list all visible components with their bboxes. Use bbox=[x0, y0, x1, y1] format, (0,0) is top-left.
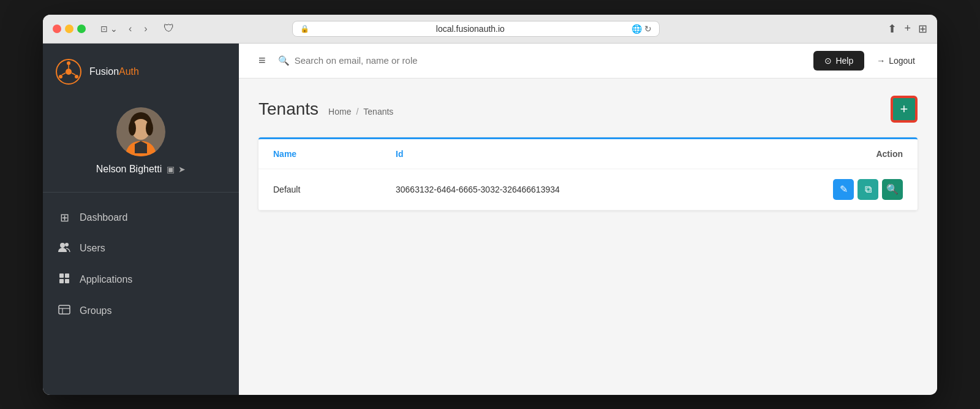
table-header: Name Id Action bbox=[258, 139, 918, 169]
breadcrumb: Home / Tenants bbox=[328, 107, 393, 117]
shield-icon: 🛡 bbox=[164, 22, 175, 35]
search-icon: 🔍 bbox=[278, 55, 290, 66]
sidebar-item-groups[interactable]: Groups bbox=[43, 296, 239, 327]
avatar bbox=[116, 107, 165, 156]
dashboard-icon: ⊞ bbox=[58, 211, 71, 224]
sidebar-item-applications[interactable]: Applications bbox=[43, 264, 239, 296]
add-icon: + bbox=[900, 101, 908, 117]
new-tab-icon[interactable]: + bbox=[904, 22, 911, 36]
sidebar-item-groups-label: Groups bbox=[80, 305, 111, 316]
svg-point-6 bbox=[59, 75, 62, 78]
col-header-id: Id bbox=[396, 149, 793, 159]
page-content: Tenants Home / Tenants + Name bbox=[239, 78, 937, 395]
user-name-row: Nelson Bighetti ▣ ➤ bbox=[96, 164, 186, 175]
sidebar-item-users[interactable]: Users bbox=[43, 233, 239, 264]
help-icon: ⊙ bbox=[824, 56, 832, 66]
add-tenant-button[interactable]: + bbox=[891, 96, 918, 123]
svg-rect-18 bbox=[65, 279, 69, 283]
page-title: Tenants bbox=[258, 99, 318, 119]
lock-icon: 🔒 bbox=[300, 25, 309, 33]
user-card-icon: ▣ bbox=[167, 164, 175, 174]
sidebar-nav: ⊞ Dashboard Users bbox=[43, 197, 239, 332]
forward-button[interactable]: › bbox=[140, 22, 151, 36]
page-header: Tenants Home / Tenants + bbox=[258, 96, 918, 123]
page-title-area: Tenants Home / Tenants bbox=[258, 99, 393, 119]
user-nav-icon: ➤ bbox=[178, 164, 186, 174]
share-icon[interactable]: ⬆ bbox=[888, 22, 897, 36]
help-button[interactable]: ⊙ Help bbox=[813, 51, 864, 71]
address-bar[interactable]: 🔒 local.fusionauth.io 🌐 ↻ bbox=[292, 21, 660, 37]
user-profile: Nelson Bighetti ▣ ➤ bbox=[43, 97, 239, 187]
search-box: 🔍 bbox=[278, 55, 807, 66]
table-row: Default 30663132-6464-6665-3032-32646661… bbox=[258, 169, 918, 210]
top-bar: ≡ 🔍 ⊙ Help → Logout bbox=[239, 44, 937, 78]
tenant-id: 30663132-6464-6665-3032-326466613934 bbox=[396, 185, 793, 194]
applications-icon bbox=[58, 273, 71, 287]
svg-point-2 bbox=[67, 61, 70, 65]
col-header-name: Name bbox=[273, 149, 396, 159]
svg-rect-17 bbox=[59, 279, 64, 283]
col-header-action: Action bbox=[793, 149, 903, 159]
svg-point-12 bbox=[146, 121, 153, 136]
top-bar-actions: ⊙ Help → Logout bbox=[813, 51, 922, 71]
svg-line-7 bbox=[62, 73, 66, 75]
user-icons: ▣ ➤ bbox=[167, 164, 186, 174]
edit-icon: ✎ bbox=[840, 183, 848, 195]
svg-point-4 bbox=[75, 75, 78, 78]
svg-rect-15 bbox=[59, 273, 64, 278]
browser-actions: ⬆ + ⊞ bbox=[888, 22, 927, 36]
sidebar-item-dashboard-label: Dashboard bbox=[80, 212, 127, 223]
view-button[interactable]: 🔍 bbox=[882, 179, 903, 200]
back-button[interactable]: ‹ bbox=[125, 22, 135, 36]
logo-text: FusionAuth bbox=[89, 66, 139, 77]
hamburger-button[interactable]: ≡ bbox=[254, 51, 271, 70]
svg-point-11 bbox=[129, 121, 136, 136]
sidebar-item-dashboard[interactable]: ⊞ Dashboard bbox=[43, 202, 239, 233]
maximize-button[interactable] bbox=[77, 25, 86, 33]
user-name: Nelson Bighetti bbox=[96, 164, 162, 175]
breadcrumb-separator: / bbox=[356, 107, 358, 117]
minimize-button[interactable] bbox=[65, 25, 74, 33]
copy-button[interactable]: ⧉ bbox=[858, 179, 878, 200]
svg-rect-16 bbox=[65, 273, 69, 278]
svg-point-1 bbox=[66, 69, 72, 75]
svg-line-5 bbox=[72, 73, 75, 75]
tenant-name: Default bbox=[273, 185, 396, 194]
help-label: Help bbox=[835, 56, 853, 66]
translate-icon: 🌐 bbox=[631, 24, 642, 34]
main-content: ≡ 🔍 ⊙ Help → Logout bbox=[239, 44, 937, 395]
search-action-icon: 🔍 bbox=[886, 183, 899, 195]
groups-icon bbox=[58, 304, 71, 318]
users-icon bbox=[58, 242, 71, 256]
browser-controls: ⊡ ⌄ ‹ › bbox=[98, 21, 151, 36]
tenant-actions: ✎ ⧉ 🔍 bbox=[793, 179, 903, 200]
address-bar-icons: 🌐 ↻ bbox=[631, 24, 652, 34]
grid-icon[interactable]: ⊞ bbox=[918, 22, 927, 36]
search-input[interactable] bbox=[295, 55, 807, 66]
breadcrumb-current: Tenants bbox=[363, 107, 393, 117]
logo-fusion: Fusion bbox=[89, 66, 119, 77]
sidebar-item-users-label: Users bbox=[80, 243, 105, 254]
logo-auth: Auth bbox=[119, 66, 139, 77]
address-text: local.fusionauth.io bbox=[314, 24, 627, 34]
sidebar-logo-area: FusionAuth bbox=[43, 44, 239, 97]
sidebar: FusionAuth bbox=[43, 44, 239, 395]
breadcrumb-home[interactable]: Home bbox=[328, 107, 351, 117]
edit-button[interactable]: ✎ bbox=[833, 179, 854, 200]
svg-point-14 bbox=[65, 243, 69, 247]
svg-rect-19 bbox=[59, 305, 70, 314]
tenants-table: Name Id Action Default 30663132-6464-666… bbox=[258, 137, 918, 210]
logout-label: Logout bbox=[889, 56, 915, 66]
copy-icon: ⧉ bbox=[865, 184, 872, 195]
sidebar-toggle-button[interactable]: ⊡ ⌄ bbox=[98, 21, 120, 36]
logout-button[interactable]: → Logout bbox=[869, 51, 922, 71]
logout-icon: → bbox=[876, 56, 885, 66]
refresh-icon: ↻ bbox=[644, 24, 652, 34]
traffic-lights bbox=[53, 25, 86, 33]
svg-point-13 bbox=[60, 243, 65, 248]
sidebar-divider bbox=[43, 192, 239, 193]
sidebar-item-applications-label: Applications bbox=[80, 274, 132, 285]
fusionauth-logo-icon bbox=[55, 58, 82, 85]
close-button[interactable] bbox=[53, 25, 61, 33]
